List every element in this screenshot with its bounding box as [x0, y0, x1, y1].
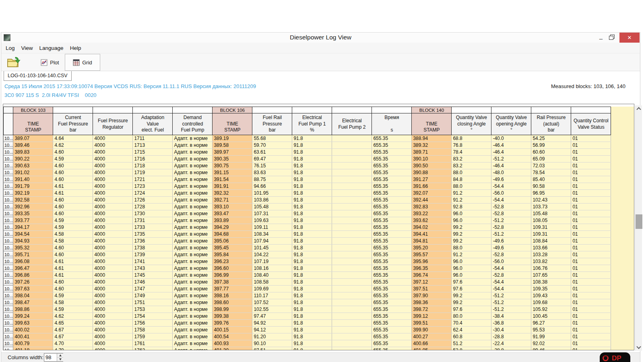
- grid-cell[interactable]: -54.4: [491, 279, 531, 286]
- grid-cell[interactable]: 4.70: [53, 340, 93, 347]
- grid-cell[interactable]: 56.99: [531, 142, 571, 149]
- grid-cell[interactable]: 399.76: [213, 320, 252, 327]
- grid-cell[interactable]: 396.35: [412, 265, 452, 272]
- grid-cell[interactable]: 01: [571, 169, 611, 176]
- grid-cell[interactable]: 96.0: [452, 210, 491, 217]
- grid-cell[interactable]: 99.2: [452, 231, 491, 238]
- grid-cell[interactable]: 97.6: [452, 286, 491, 292]
- row-header-cell[interactable]: 10...: [4, 347, 13, 351]
- grid-cell[interactable]: 4.59: [53, 217, 93, 224]
- grid-cell[interactable]: 01: [571, 231, 611, 238]
- grid-cell[interactable]: 4.59: [53, 306, 93, 313]
- grid-cell[interactable]: 110.17: [252, 292, 292, 299]
- row-header-cell[interactable]: 10...: [4, 333, 13, 340]
- grid-cell[interactable]: -36.8: [491, 320, 531, 327]
- grid-cell[interactable]: 388.94: [412, 135, 452, 142]
- row-header-cell[interactable]: 10...: [4, 292, 13, 299]
- grid-cell[interactable]: 4000: [93, 306, 133, 313]
- grid-cell[interactable]: Адапт. в норме: [173, 258, 213, 265]
- grid-cell[interactable]: 4000: [93, 299, 133, 306]
- grid-cell[interactable]: 72.03: [531, 162, 571, 169]
- grid-cell[interactable]: 96.0: [452, 217, 491, 224]
- grid-cell[interactable]: 389.19: [213, 135, 252, 142]
- grid-cell[interactable]: 91.8: [292, 258, 332, 265]
- grid-cell[interactable]: 655.35: [372, 299, 412, 306]
- grid-cell[interactable]: 4000: [93, 320, 133, 327]
- grid-cell[interactable]: 397.77: [213, 286, 252, 292]
- row-header-cell[interactable]: 10...: [4, 258, 13, 265]
- grid-cell[interactable]: 655.35: [372, 238, 412, 245]
- grid-cell[interactable]: 4.60: [53, 279, 93, 286]
- grid-cell[interactable]: 1754: [133, 313, 173, 320]
- grid-cell[interactable]: 1756: [133, 320, 173, 327]
- grid-cell[interactable]: 01: [571, 340, 611, 347]
- menu-item-log[interactable]: Log: [2, 43, 18, 53]
- grid-cell[interactable]: 391.66: [412, 183, 452, 190]
- restore-button[interactable]: [609, 35, 615, 40]
- grid-cell[interactable]: 392.32: [213, 190, 252, 197]
- grid-cell[interactable]: 65.09: [531, 156, 571, 162]
- row-header-cell[interactable]: 10...: [4, 299, 13, 306]
- grid-cell[interactable]: Адапт. в норме: [173, 183, 213, 190]
- grid-cell[interactable]: 655.35: [372, 313, 412, 320]
- grid-cell[interactable]: [332, 272, 372, 279]
- grid-cell[interactable]: 400.93: [213, 340, 252, 347]
- grid-cell[interactable]: 76.15: [252, 162, 292, 169]
- grid-cell[interactable]: 91.8: [292, 142, 332, 149]
- grid-cell[interactable]: 655.35: [372, 333, 412, 340]
- grid-cell[interactable]: 4000: [93, 347, 133, 351]
- grid-cell[interactable]: 398.47: [13, 299, 53, 306]
- grid-cell[interactable]: Адапт. в норме: [173, 333, 213, 340]
- grid-cell[interactable]: 01: [571, 149, 611, 156]
- grid-cell[interactable]: 01: [571, 142, 611, 149]
- grid-cell[interactable]: 91.8: [292, 149, 332, 156]
- grid-cell[interactable]: 91.8: [292, 272, 332, 279]
- grid-cell[interactable]: 394.29: [213, 224, 252, 231]
- grid-cell[interactable]: 55.68: [252, 135, 292, 142]
- grid-cell[interactable]: 655.35: [372, 327, 412, 333]
- grid-cell[interactable]: 4000: [93, 224, 133, 231]
- grid-cell[interactable]: 96.95: [531, 190, 571, 197]
- grid-cell[interactable]: 394.17: [13, 224, 53, 231]
- grid-cell[interactable]: 1736: [133, 238, 173, 245]
- grid-cell[interactable]: 397.38: [213, 279, 252, 286]
- grid-cell[interactable]: 401.18: [13, 347, 53, 351]
- grid-cell[interactable]: 85.40: [531, 176, 571, 183]
- grid-cell[interactable]: 655.35: [372, 190, 412, 197]
- grid-cell[interactable]: 1716: [133, 156, 173, 162]
- grid-cell[interactable]: 96.0: [452, 258, 491, 265]
- row-header-cell[interactable]: 10...: [4, 183, 13, 190]
- grid-cell[interactable]: 107.94: [252, 238, 292, 245]
- grid-cell[interactable]: 91.8: [292, 210, 332, 217]
- grid-cell[interactable]: 108.40: [252, 272, 292, 279]
- grid-cell[interactable]: [332, 286, 372, 292]
- grid-cell[interactable]: 397.26: [13, 279, 53, 286]
- grid-cell[interactable]: 97.6: [452, 279, 491, 286]
- grid-cell[interactable]: 78.4: [452, 149, 491, 156]
- grid-cell[interactable]: 397.63: [13, 286, 53, 292]
- row-header-cell[interactable]: 10...: [4, 169, 13, 176]
- grid-cell[interactable]: 68.8: [452, 135, 491, 142]
- grid-cell[interactable]: [332, 292, 372, 299]
- row-header-cell[interactable]: 10...: [4, 251, 13, 258]
- grid-cell[interactable]: Адапт. в норме: [173, 149, 213, 156]
- grid-cell[interactable]: [332, 265, 372, 272]
- grid-cell[interactable]: [332, 204, 372, 210]
- grid-cell[interactable]: 01: [571, 156, 611, 162]
- grid-cell[interactable]: -52.8: [491, 224, 531, 231]
- grid-cell[interactable]: [332, 135, 372, 142]
- grid-cell[interactable]: 01: [571, 176, 611, 183]
- row-header-cell[interactable]: 10...: [4, 306, 13, 313]
- grid-cell[interactable]: 4.60: [53, 210, 93, 217]
- row-header-cell[interactable]: 10...: [4, 204, 13, 210]
- grid-cell[interactable]: 1726: [133, 197, 173, 204]
- grid-cell[interactable]: 655.35: [372, 224, 412, 231]
- row-header-cell[interactable]: 10...: [4, 190, 13, 197]
- grid-cell[interactable]: 394.68: [213, 231, 252, 238]
- grid-cell[interactable]: Адапт. в норме: [173, 190, 213, 197]
- grid-cell[interactable]: 4.60: [53, 204, 93, 210]
- grid-cell[interactable]: 655.35: [372, 279, 412, 286]
- grid-cell[interactable]: 01: [571, 306, 611, 313]
- grid-cell[interactable]: [332, 347, 372, 351]
- grid-cell[interactable]: [332, 245, 372, 251]
